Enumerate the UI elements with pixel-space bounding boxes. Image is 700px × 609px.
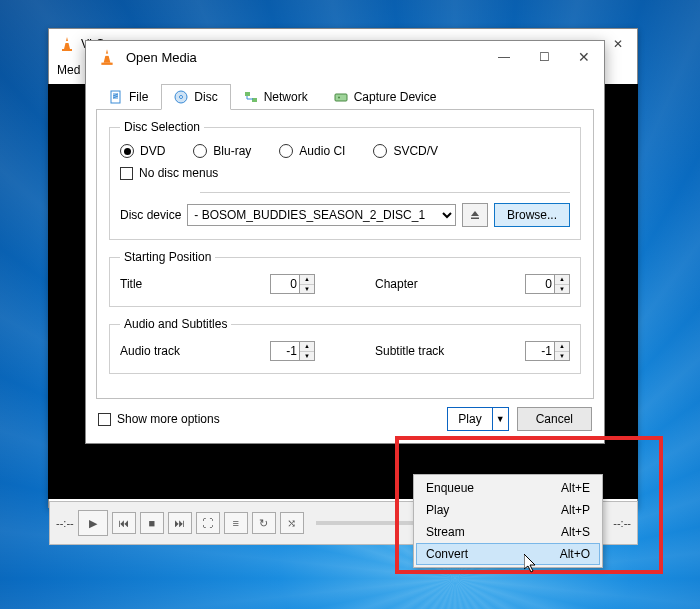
radio-svcd[interactable]: SVCD/V xyxy=(373,144,438,158)
title-spinner[interactable]: ▲▼ xyxy=(270,274,315,294)
tab-capture[interactable]: Capture Device xyxy=(321,84,450,110)
disc-tab-panel: Disc Selection DVD Blu-ray Audio CI SVCD… xyxy=(96,109,594,399)
menu-item-label: Play xyxy=(426,503,561,517)
tab-network[interactable]: Network xyxy=(231,84,321,110)
spinner-arrows-icon[interactable]: ▲▼ xyxy=(300,341,315,361)
show-more-options-checkbox[interactable]: Show more options xyxy=(98,412,220,426)
menu-item-shortcut: Alt+S xyxy=(561,525,590,539)
svg-rect-4 xyxy=(101,63,112,65)
dialog-title: Open Media xyxy=(126,50,197,65)
radio-bluray[interactable]: Blu-ray xyxy=(193,144,251,158)
svg-rect-9 xyxy=(245,92,250,96)
main-close-button[interactable]: ✕ xyxy=(613,37,623,51)
spinner-arrows-icon[interactable]: ▲▼ xyxy=(300,274,315,294)
menu-item-stream[interactable]: Stream Alt+S xyxy=(416,521,600,543)
svg-point-8 xyxy=(180,96,183,99)
audio-subtitles-legend: Audio and Subtitles xyxy=(120,317,231,331)
audio-subtitles-group: Audio and Subtitles Audio track ▲▼ Subti… xyxy=(109,317,581,374)
loop-button[interactable]: ↻ xyxy=(252,512,276,534)
no-disc-menus-checkbox[interactable]: No disc menus xyxy=(120,166,570,180)
dialog-minimize-button[interactable]: — xyxy=(484,43,524,71)
menu-item-label: Convert xyxy=(426,547,560,561)
svg-point-12 xyxy=(338,97,340,99)
chapter-input[interactable] xyxy=(525,274,555,294)
radio-dvd-label: DVD xyxy=(140,144,165,158)
dialog-maximize-button[interactable]: ☐ xyxy=(524,43,564,71)
stop-button[interactable]: ■ xyxy=(140,512,164,534)
svg-rect-14 xyxy=(471,218,479,220)
tab-disc-label: Disc xyxy=(194,90,217,104)
checkbox-icon xyxy=(120,167,133,180)
playlist-button[interactable]: ≡ xyxy=(224,512,248,534)
menu-item-enqueue[interactable]: Enqueue Alt+E xyxy=(416,477,600,499)
menu-item-shortcut: Alt+P xyxy=(561,503,590,517)
starting-position-legend: Starting Position xyxy=(120,250,215,264)
tab-network-label: Network xyxy=(264,90,308,104)
show-more-label: Show more options xyxy=(117,412,220,426)
starting-position-group: Starting Position Title ▲▼ Chapter ▲▼ xyxy=(109,250,581,307)
menu-item-convert[interactable]: Convert Alt+O xyxy=(416,543,600,565)
dialog-titlebar[interactable]: Open Media — ☐ ✕ xyxy=(86,41,604,73)
menu-item-shortcut: Alt+E xyxy=(561,481,590,495)
tab-disc[interactable]: Disc xyxy=(161,84,230,110)
audio-track-spinner[interactable]: ▲▼ xyxy=(270,341,315,361)
radio-dvd[interactable]: DVD xyxy=(120,144,165,158)
subtitle-track-spinner[interactable]: ▲▼ xyxy=(525,341,570,361)
file-icon xyxy=(109,90,123,104)
svg-rect-2 xyxy=(65,41,69,43)
prev-button[interactable]: ⏮ xyxy=(112,512,136,534)
chapter-spinner[interactable]: ▲▼ xyxy=(525,274,570,294)
audio-track-input[interactable] xyxy=(270,341,300,361)
checkbox-icon xyxy=(98,413,111,426)
elapsed-time: --:-- xyxy=(56,517,74,529)
spinner-arrows-icon[interactable]: ▲▼ xyxy=(555,341,570,361)
divider xyxy=(200,192,570,193)
subtitle-track-input[interactable] xyxy=(525,341,555,361)
disc-icon xyxy=(174,90,188,104)
svg-rect-11 xyxy=(335,94,347,101)
radio-audiocd[interactable]: Audio CI xyxy=(279,144,345,158)
play-split-button[interactable]: Play ▼ xyxy=(447,407,508,431)
disc-device-label: Disc device xyxy=(120,208,181,222)
disc-selection-legend: Disc Selection xyxy=(120,120,204,134)
cancel-button[interactable]: Cancel xyxy=(517,407,592,431)
radio-bluray-label: Blu-ray xyxy=(213,144,251,158)
play-button-label: Play xyxy=(448,412,491,426)
disc-device-select[interactable]: - BOSOM_BUDDIES_SEASON_2_DISC_1 xyxy=(187,204,456,226)
next-button[interactable]: ⏭ xyxy=(168,512,192,534)
radio-audiocd-label: Audio CI xyxy=(299,144,345,158)
random-button[interactable]: ⤭ xyxy=(280,512,304,534)
spinner-arrows-icon[interactable]: ▲▼ xyxy=(555,274,570,294)
radio-indicator-icon xyxy=(279,144,293,158)
dialog-close-button[interactable]: ✕ xyxy=(564,43,604,71)
eject-button[interactable] xyxy=(462,203,488,227)
total-time: --:-- xyxy=(613,517,631,529)
browse-button[interactable]: Browse... xyxy=(494,203,570,227)
network-icon xyxy=(244,90,258,104)
subtitle-track-label: Subtitle track xyxy=(375,344,444,358)
fullscreen-button[interactable]: ⛶ xyxy=(196,512,220,534)
radio-indicator-icon xyxy=(373,144,387,158)
tab-file-label: File xyxy=(129,90,148,104)
svg-marker-13 xyxy=(471,211,479,216)
menu-item-shortcut: Alt+O xyxy=(560,547,590,561)
tab-file[interactable]: File xyxy=(96,84,161,110)
eject-icon xyxy=(469,209,481,221)
vlc-cone-icon xyxy=(59,36,75,52)
chapter-label: Chapter xyxy=(375,277,418,291)
tab-capture-label: Capture Device xyxy=(354,90,437,104)
title-label: Title xyxy=(120,277,142,291)
audio-track-label: Audio track xyxy=(120,344,180,358)
menu-item-play[interactable]: Play Alt+P xyxy=(416,499,600,521)
menu-item-label: Enqueue xyxy=(426,481,561,495)
menu-item-label: Stream xyxy=(426,525,561,539)
play-dropdown-arrow[interactable]: ▼ xyxy=(492,408,508,430)
disc-selection-group: Disc Selection DVD Blu-ray Audio CI SVCD… xyxy=(109,120,581,240)
radio-svcd-label: SVCD/V xyxy=(393,144,438,158)
no-disc-menus-label: No disc menus xyxy=(139,166,218,180)
media-source-tabs: File Disc Network Capture Device xyxy=(96,81,594,109)
title-input[interactable] xyxy=(270,274,300,294)
svg-rect-5 xyxy=(105,54,110,56)
play-button[interactable]: ▶ xyxy=(78,510,108,536)
play-action-menu: Enqueue Alt+E Play Alt+P Stream Alt+S Co… xyxy=(413,474,603,568)
